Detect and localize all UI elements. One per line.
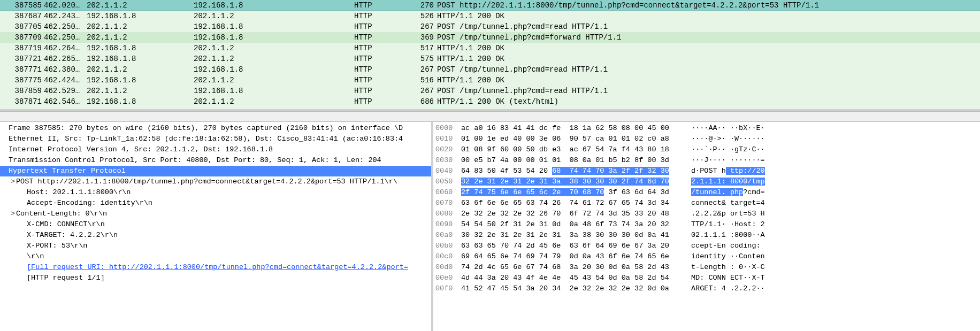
packet-bytes-pane[interactable]: 0000ac a0 16 83 41 41 dc fe 18 1a 62 58 …	[433, 122, 980, 331]
hex-bytes: 32 2e 31 2e 31 2e 31 3a 38 30 30 30 2f 7…	[461, 176, 691, 187]
detail-text: Transmission Control Protocol, Src Port:…	[9, 156, 381, 164]
col-time: 462.529…	[44, 86, 87, 96]
hex-bytes: 41 52 47 45 54 3a 20 34 2e 32 2e 32 2e 3…	[461, 283, 691, 294]
expand-twisty-icon[interactable]: >	[10, 209, 16, 219]
col-info: POST /tmp/tunnel.php?cmd=read HTTP/1.1	[437, 21, 980, 32]
hex-row[interactable]: 00c069 64 65 6e 74 69 74 79 0d 0a 43 6f …	[435, 251, 978, 262]
detail-text: POST http://202.1.1.1:8000/tmp/tunnel.ph…	[16, 178, 397, 186]
detail-line[interactable]: X-PORT: 53\r\n	[0, 241, 431, 251]
detail-text: X-CMD: CONNECT\r\n	[27, 220, 105, 228]
hex-ascii: ····AA·· ··bX··E·	[691, 123, 978, 134]
hex-row[interactable]: 00e04d 44 3a 20 43 4f 4e 4e 45 43 54 0d …	[435, 273, 978, 283]
hex-offset: 0040	[435, 166, 461, 176]
detail-text: Hypertext Transfer Protocol	[9, 167, 126, 175]
detail-text: Host: 202.1.1.1:8000\r\n	[27, 188, 131, 196]
detail-line[interactable]: Ethernet II, Src: Tp-LinkT_1a:62:58 (dc:…	[0, 134, 431, 144]
col-proto: HTTP	[354, 11, 413, 21]
pane-divider[interactable]	[0, 111, 980, 122]
hex-bytes: 63 6f 6e 6e 65 63 74 26 74 61 72 67 65 7…	[461, 198, 691, 209]
expand-twisty-icon[interactable]: >	[10, 176, 16, 187]
hex-row[interactable]: 005032 2e 31 2e 31 2e 31 3a 38 30 30 30 …	[435, 176, 978, 187]
hex-row[interactable]: 00602f 74 75 6e 6e 65 6c 2e 70 68 70 3f …	[435, 187, 978, 198]
packet-row[interactable]: 387709462.250…202.1.1.2192.168.1.8HTTP36…	[0, 32, 980, 43]
hex-row[interactable]: 00d074 2d 4c 65 6e 67 74 68 3a 20 30 0d …	[435, 262, 978, 273]
col-src: 202.1.1.2	[87, 0, 194, 11]
hex-ascii: connect& target=4	[691, 198, 978, 209]
packet-row[interactable]: 387775462.424…192.168.1.8202.1.1.2HTTP51…	[0, 75, 980, 86]
detail-line[interactable]: [Full request URI: http://202.1.1.1:8000…	[0, 262, 431, 273]
col-len: 270	[413, 0, 437, 11]
col-len: 526	[413, 11, 437, 21]
hex-bytes: 74 2d 4c 65 6e 67 74 68 3a 20 30 0d 0a 5…	[461, 262, 691, 273]
hex-row[interactable]: 009054 54 50 2f 31 2e 31 0d 0a 48 6f 73 …	[435, 219, 978, 230]
detail-text: [Full request URI: http://202.1.1.1:8000…	[27, 263, 408, 271]
col-info: HTTP/1.1 200 OK	[437, 75, 980, 86]
col-info: POST /tmp/tunnel.php?cmd=read HTTP/1.1	[437, 86, 980, 96]
detail-line[interactable]: Frame 387585: 270 bytes on wire (2160 bi…	[0, 123, 431, 134]
hex-row[interactable]: 003000 e5 b7 4a 00 00 01 01 08 0a 01 b5 …	[435, 155, 978, 166]
col-no: 387775	[6, 75, 44, 86]
col-src: 202.1.1.2	[87, 32, 194, 43]
hex-offset: 00f0	[435, 283, 461, 294]
detail-line[interactable]: Hypertext Transfer Protocol	[0, 166, 431, 176]
detail-line[interactable]: Transmission Control Protocol, Src Port:…	[0, 155, 431, 166]
detail-line[interactable]: Host: 202.1.1.1:8000\r\n	[0, 187, 431, 198]
packet-row[interactable]: 387859462.529…202.1.1.2192.168.1.8HTTP26…	[0, 86, 980, 96]
col-len: 516	[413, 75, 437, 86]
detail-line[interactable]: >Content-Length: 0\r\n	[0, 209, 431, 219]
hex-bytes: 01 08 9f 60 00 50 db e3 ac 67 54 7a f4 4…	[461, 144, 691, 155]
col-dst: 192.168.1.8	[194, 0, 354, 11]
col-time: 462.020…	[44, 0, 87, 11]
hex-bytes: 2e 32 2e 32 2e 32 26 70 6f 72 74 3d 35 3…	[461, 209, 691, 219]
hex-row[interactable]: 00f041 52 47 45 54 3a 20 34 2e 32 2e 32 …	[435, 283, 978, 294]
hex-bytes: 2f 74 75 6e 6e 65 6c 2e 70 68 70 3f 63 6…	[461, 187, 691, 198]
detail-line[interactable]: >POST http://202.1.1.1:8000/tmp/tunnel.p…	[0, 176, 431, 187]
hex-row[interactable]: 00b063 63 65 70 74 2d 45 6e 63 6f 64 69 …	[435, 241, 978, 251]
hex-row[interactable]: 0000ac a0 16 83 41 41 dc fe 18 1a 62 58 …	[435, 123, 978, 134]
hex-row[interactable]: 00a030 32 2e 31 2e 31 2e 31 3a 38 30 30 …	[435, 230, 978, 241]
detail-line[interactable]: [HTTP request 1/1]	[0, 273, 431, 283]
packet-row[interactable]: 387771462.380…202.1.1.2192.168.1.8HTTP26…	[0, 64, 980, 75]
packet-row[interactable]: 387719462.264…192.168.1.8202.1.1.2HTTP51…	[0, 43, 980, 53]
col-src: 192.168.1.8	[87, 43, 194, 53]
hex-bytes: ac a0 16 83 41 41 dc fe 18 1a 62 58 08 0…	[461, 123, 691, 134]
detail-line[interactable]: Accept-Encoding: identity\r\n	[0, 198, 431, 209]
hex-offset: 0020	[435, 144, 461, 155]
hex-offset: 00c0	[435, 251, 461, 262]
hex-offset: 0000	[435, 123, 461, 134]
hex-ascii: 02.1.1.1 :8000··A	[691, 230, 978, 241]
packet-row[interactable]: 387721462.265…192.168.1.8202.1.1.2HTTP57…	[0, 53, 980, 64]
hex-row[interactable]: 007063 6f 6e 6e 65 63 74 26 74 61 72 67 …	[435, 198, 978, 209]
hex-ascii: ccept-En coding:	[691, 241, 978, 251]
hex-row[interactable]: 00802e 32 2e 32 2e 32 26 70 6f 72 74 3d …	[435, 209, 978, 219]
hex-ascii: d·POST h ttp://20	[691, 166, 978, 176]
detail-text: Content-Length: 0\r\n	[16, 210, 107, 218]
col-proto: HTTP	[354, 21, 413, 32]
col-proto: HTTP	[354, 0, 413, 11]
hex-bytes: 4d 44 3a 20 43 4f 4e 4e 45 43 54 0d 0a 5…	[461, 273, 691, 283]
hex-row[interactable]: 002001 08 9f 60 00 50 db e3 ac 67 54 7a …	[435, 144, 978, 155]
packet-row[interactable]: 387687462.243…192.168.1.8202.1.1.2HTTP52…	[0, 11, 980, 21]
hex-row[interactable]: 001001 00 1e ed 40 00 3e 06 90 57 ca 01 …	[435, 134, 978, 144]
col-src: 192.168.1.8	[87, 96, 194, 107]
detail-line[interactable]: Internet Protocol Version 4, Src: 202.1.…	[0, 144, 431, 155]
hex-offset: 0010	[435, 134, 461, 144]
detail-text: Frame 387585: 270 bytes on wire (2160 bi…	[9, 124, 403, 132]
col-no: 387705	[6, 21, 44, 32]
packet-list[interactable]: 387585462.020…202.1.1.2192.168.1.8HTTP27…	[0, 0, 980, 111]
hex-row[interactable]: 004064 83 50 4f 53 54 20 68 74 74 70 3a …	[435, 166, 978, 176]
hex-ascii: ···J···· ·······=	[691, 155, 978, 166]
detail-line[interactable]: \r\n	[0, 251, 431, 262]
packet-details-pane[interactable]: Frame 387585: 270 bytes on wire (2160 bi…	[0, 122, 433, 331]
col-src: 202.1.1.2	[87, 21, 194, 32]
packet-row[interactable]: 387871462.546…192.168.1.8202.1.1.2HTTP68…	[0, 96, 980, 107]
detail-line[interactable]: X-TARGET: 4.2.2.2\r\n	[0, 230, 431, 241]
col-no: 387585	[6, 0, 44, 11]
col-dst: 192.168.1.8	[194, 32, 354, 43]
packet-row[interactable]: 387585462.020…202.1.1.2192.168.1.8HTTP27…	[0, 0, 980, 11]
packet-row[interactable]: 387705462.250…202.1.1.2192.168.1.8HTTP26…	[0, 21, 980, 32]
detail-line[interactable]: X-CMD: CONNECT\r\n	[0, 219, 431, 230]
col-no: 387859	[6, 86, 44, 96]
hex-ascii: identity ··Conten	[691, 251, 978, 262]
hex-offset: 0080	[435, 209, 461, 219]
